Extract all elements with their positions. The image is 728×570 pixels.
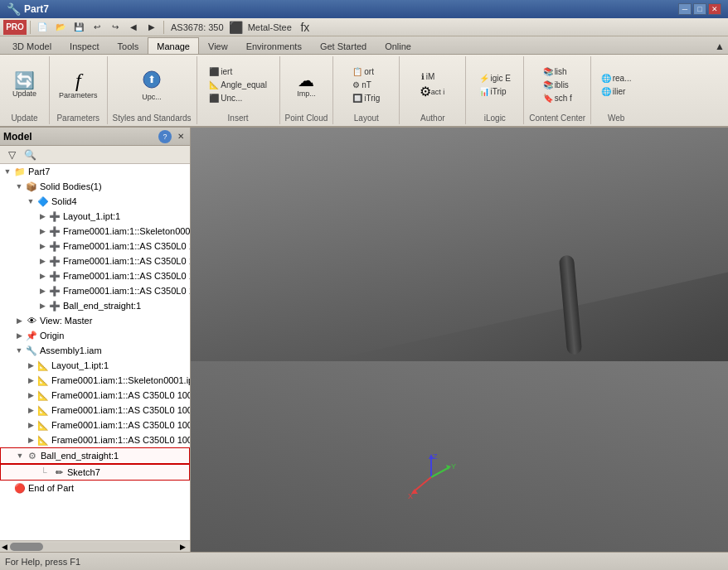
search-cc-label: sch f [555, 94, 572, 103]
tree-item-endofpart[interactable]: ▶ 🔴 End of Part [0, 481, 190, 495]
expander-asm-frame2[interactable]: ▶ [25, 404, 36, 416]
import-button[interactable]: ☁ Imp... [291, 70, 321, 100]
tree-item-assembly[interactable]: ▼ 🔧 Assembly1.iam [0, 343, 190, 358]
expander-asm-frame3[interactable]: ▶ [25, 419, 36, 431]
close-button[interactable]: ✕ [708, 3, 721, 15]
tab-manage[interactable]: Manage [148, 37, 199, 54]
scroll-right-btn[interactable]: ▶ [180, 543, 188, 551]
expander-asm-frame4[interactable]: ▶ [25, 434, 36, 446]
tree-item-frame3[interactable]: ▶ ➕ Frame0001.iam:1::AS C350L0 10 [0, 254, 190, 268]
tree-item-ballend-top[interactable]: ▶ ➕ Ball_end_straight:1 [0, 298, 190, 313]
update-button[interactable]: 🔄 Update [8, 70, 41, 100]
tree-item-layout1[interactable]: ▶ ➕ Layout_1.ipt:1 [0, 209, 190, 224]
angle-equal-button[interactable]: 📐 Angle_equal [206, 79, 270, 91]
layout-nt-button[interactable]: ⚙ nT [349, 79, 375, 91]
tree-item-frame5[interactable]: ▶ ➕ Frame0001.iam:1::AS C350L0 10 [0, 283, 190, 298]
expander-layout1[interactable]: ▶ [36, 210, 48, 222]
minimize-button[interactable]: ─ [678, 3, 692, 15]
ribbon-expand-button[interactable]: ▲ [711, 39, 728, 54]
angle-equal-label: Angle_equal [221, 80, 267, 89]
tree-item-frame4[interactable]: ▶ ➕ Frame0001.iam:1::AS C350L0 10 [0, 268, 190, 283]
tree-item-frame1[interactable]: ▶ ➕ Frame0001.iam:1::Skeleton0001 [0, 224, 190, 239]
panel-close-button[interactable]: ✕ [175, 131, 187, 142]
horizontal-scrollbar[interactable]: ◀ ▶ [0, 540, 190, 552]
unc-button[interactable]: ⬛ Unc... [206, 92, 245, 104]
back-button[interactable]: ◀ [125, 20, 142, 35]
function-button[interactable]: fx [297, 20, 313, 35]
ribbon-group-ilogic: ⚡ igic E 📊 iTrip iLogic [466, 56, 524, 124]
tab-view[interactable]: View [199, 37, 237, 54]
tree-item-sketch7[interactable]: ▶ └ ✏ Sketch7 [0, 464, 190, 481]
tree-item-asm-frame3[interactable]: ▶ 📐 Frame0001.iam:1::AS C350L0 100x1 [0, 418, 190, 432]
window-controls[interactable]: ─ □ ✕ [678, 3, 721, 15]
open-button[interactable]: 📂 [52, 20, 69, 35]
ilogic-e-button[interactable]: ⚡ igic E [476, 72, 514, 85]
expander-ballend-top[interactable]: ▶ [36, 300, 48, 312]
expander-origin[interactable]: ▶ [13, 330, 25, 341]
expander-frame4[interactable]: ▶ [36, 270, 48, 282]
new-button[interactable]: 📄 [34, 20, 51, 35]
web-ilier-button[interactable]: 🌐 ilier [598, 85, 629, 98]
expander-frame2[interactable]: ▶ [36, 240, 48, 252]
tree-item-ballend-hl[interactable]: ▼ ⚙ Ball_end_straight:1 [0, 447, 190, 464]
tree-item-part7[interactable]: ▼ 📁 Part7 [0, 164, 190, 179]
search-cc-button[interactable]: 🔖 sch f [540, 92, 575, 104]
viewport-3d[interactable]: Z Y X [191, 128, 728, 552]
app-menu-button[interactable]: PRO [3, 20, 27, 35]
expander-assembly[interactable]: ▼ [13, 345, 25, 356]
expander-ballend-hl[interactable]: ▼ [14, 450, 26, 461]
scroll-thumb[interactable] [10, 543, 43, 551]
tree-item-asm-frame2[interactable]: ▶ 📐 Frame0001.iam:1::AS C350L0 100x1 [0, 403, 190, 418]
tree-item-solid4[interactable]: ▼ 🔷 Solid4 [0, 194, 190, 209]
author-im-button[interactable]: ℹ iM [418, 70, 439, 83]
expander-asm-skel[interactable]: ▶ [25, 374, 36, 386]
import-label: Imp... [297, 89, 316, 98]
tree-item-origin[interactable]: ▶ 📌 Origin [0, 328, 190, 343]
expander-solid4[interactable]: ▼ [25, 196, 36, 207]
web-rea-button[interactable]: 🌐 rea... [598, 72, 635, 85]
filter-button[interactable]: ▽ [3, 147, 20, 162]
scroll-left-btn[interactable]: ◀ [2, 543, 10, 551]
parameters-button[interactable]: f Parameters [55, 68, 102, 102]
undo-button[interactable]: ↩ [89, 20, 105, 35]
tree-item-asm-layout[interactable]: ▶ 📐 Layout_1.ipt:1 [0, 358, 190, 373]
model-tree[interactable]: ▼ 📁 Part7 ▼ 📦 Solid Bodies(1) ▼ 🔷 Solid4 [0, 164, 190, 540]
redo-button[interactable]: ↪ [107, 20, 124, 35]
layout-ort-button[interactable]: 📋 ort [349, 65, 377, 78]
tree-item-viewmaster[interactable]: ▶ 👁 View: Master [0, 313, 190, 328]
tab-3dmodel[interactable]: 3D Model [3, 37, 61, 54]
expander-frame3[interactable]: ▶ [36, 255, 48, 267]
tree-item-asm-frame1[interactable]: ▶ 📐 Frame0001.iam:1::AS C350L0 100x1 [0, 388, 190, 403]
layout-nt-icon: ⚙ [352, 80, 360, 89]
forward-button[interactable]: ▶ [143, 20, 160, 35]
maximize-button[interactable]: □ [693, 3, 706, 15]
tab-getstarted[interactable]: Get Started [311, 37, 376, 54]
tab-online[interactable]: Online [376, 37, 420, 54]
tab-tools[interactable]: Tools [109, 37, 148, 54]
save-button[interactable]: 💾 [70, 20, 87, 35]
expander-asm-frame1[interactable]: ▶ [25, 389, 36, 401]
tree-item-asm-frame4[interactable]: ▶ 📐 Frame0001.iam:1::AS C350L0 100x1 [0, 432, 190, 447]
insert-button[interactable]: ⬛ iert [206, 65, 235, 78]
expander-viewmaster[interactable]: ▶ [13, 315, 25, 326]
tree-item-asm-skel[interactable]: ▶ 📐 Frame0001.iam:1::Skeleton0001.ipt [0, 373, 190, 388]
expander-frame5[interactable]: ▶ [36, 285, 48, 297]
ilogic-trip-button[interactable]: 📊 iTrip [476, 85, 510, 98]
import-icon: ☁ [298, 72, 314, 89]
expander-part7[interactable]: ▼ [2, 166, 13, 177]
panel-help-button[interactable]: ? [158, 130, 172, 143]
tab-inspect[interactable]: Inspect [61, 37, 108, 54]
tree-item-solidbodies[interactable]: ▼ 📦 Solid Bodies(1) [0, 179, 190, 194]
publish-button[interactable]: 📚 lish [540, 65, 570, 78]
iblis-button[interactable]: 📚 iblis [540, 79, 572, 91]
tab-environments[interactable]: Environments [237, 37, 311, 54]
tree-item-frame2[interactable]: ▶ ➕ Frame0001.iam:1::AS C350L0 10 [0, 239, 190, 254]
styles-update-button[interactable]: ⬆ Upc... [137, 67, 167, 104]
search-tree-button[interactable]: 🔍 [22, 147, 38, 162]
expander-frame1[interactable]: ▶ [36, 225, 48, 237]
expander-solidbodies[interactable]: ▼ [13, 181, 25, 192]
ribbon-group-parameters: f Parameters Parameters [50, 56, 108, 124]
expander-asm-layout[interactable]: ▶ [25, 360, 36, 371]
author-acti-button[interactable]: ⚙ act i [418, 84, 448, 100]
layout-itrig-button[interactable]: 🔲 iTrig [349, 92, 383, 104]
